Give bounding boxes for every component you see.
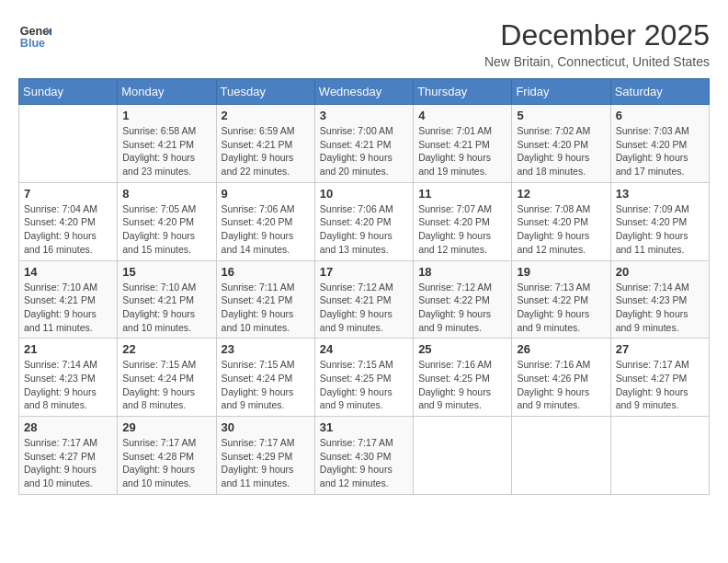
day-number: 14 bbox=[24, 265, 112, 279]
calendar-cell: 5Sunrise: 7:02 AM Sunset: 4:20 PM Daylig… bbox=[512, 105, 610, 183]
day-info: Sunrise: 7:15 AM Sunset: 4:25 PM Dayligh… bbox=[320, 358, 408, 412]
title-block: December 2025 New Britain, Connecticut, … bbox=[484, 18, 710, 69]
calendar-cell: 9Sunrise: 7:06 AM Sunset: 4:20 PM Daylig… bbox=[216, 182, 314, 260]
calendar-day-header: Friday bbox=[512, 79, 610, 105]
location-title: New Britain, Connecticut, United States bbox=[484, 54, 710, 69]
logo: General Blue bbox=[18, 18, 55, 52]
day-number: 9 bbox=[222, 187, 310, 201]
calendar-week-row: 28Sunrise: 7:17 AM Sunset: 4:27 PM Dayli… bbox=[19, 417, 710, 495]
calendar-cell: 23Sunrise: 7:15 AM Sunset: 4:24 PM Dayli… bbox=[216, 339, 314, 417]
day-info: Sunrise: 7:16 AM Sunset: 4:25 PM Dayligh… bbox=[418, 358, 506, 412]
day-number: 11 bbox=[418, 187, 506, 201]
calendar-cell: 27Sunrise: 7:17 AM Sunset: 4:27 PM Dayli… bbox=[610, 339, 709, 417]
calendar-cell: 28Sunrise: 7:17 AM Sunset: 4:27 PM Dayli… bbox=[19, 417, 118, 495]
calendar-cell: 22Sunrise: 7:15 AM Sunset: 4:24 PM Dayli… bbox=[118, 339, 216, 417]
calendar-day-header: Thursday bbox=[414, 79, 512, 105]
calendar-cell bbox=[19, 105, 118, 183]
calendar-cell bbox=[414, 417, 512, 495]
day-info: Sunrise: 7:10 AM Sunset: 4:21 PM Dayligh… bbox=[122, 281, 210, 335]
calendar-cell: 2Sunrise: 6:59 AM Sunset: 4:21 PM Daylig… bbox=[216, 105, 314, 183]
day-number: 1 bbox=[122, 109, 210, 122]
day-info: Sunrise: 7:16 AM Sunset: 4:26 PM Dayligh… bbox=[517, 358, 605, 412]
day-info: Sunrise: 7:15 AM Sunset: 4:24 PM Dayligh… bbox=[122, 358, 210, 412]
day-info: Sunrise: 7:00 AM Sunset: 4:21 PM Dayligh… bbox=[320, 124, 408, 178]
calendar-cell: 16Sunrise: 7:11 AM Sunset: 4:21 PM Dayli… bbox=[216, 260, 314, 339]
calendar-body: 1Sunrise: 6:58 AM Sunset: 4:21 PM Daylig… bbox=[19, 105, 710, 495]
day-info: Sunrise: 7:08 AM Sunset: 4:20 PM Dayligh… bbox=[517, 202, 605, 257]
calendar-cell: 4Sunrise: 7:01 AM Sunset: 4:21 PM Daylig… bbox=[414, 105, 512, 183]
calendar-cell: 31Sunrise: 7:17 AM Sunset: 4:30 PM Dayli… bbox=[314, 417, 413, 495]
calendar-cell: 25Sunrise: 7:16 AM Sunset: 4:25 PM Dayli… bbox=[414, 339, 512, 417]
day-number: 23 bbox=[222, 342, 310, 356]
day-number: 17 bbox=[320, 265, 408, 279]
day-info: Sunrise: 7:01 AM Sunset: 4:21 PM Dayligh… bbox=[418, 124, 506, 178]
day-number: 21 bbox=[24, 342, 112, 356]
day-number: 10 bbox=[320, 187, 408, 201]
day-info: Sunrise: 7:06 AM Sunset: 4:20 PM Dayligh… bbox=[222, 202, 310, 257]
calendar-day-header: Sunday bbox=[19, 79, 118, 105]
logo-icon: General Blue bbox=[18, 18, 51, 52]
day-number: 20 bbox=[616, 265, 704, 279]
calendar-cell: 8Sunrise: 7:05 AM Sunset: 4:20 PM Daylig… bbox=[118, 182, 216, 260]
day-info: Sunrise: 7:17 AM Sunset: 4:27 PM Dayligh… bbox=[616, 358, 704, 412]
day-info: Sunrise: 7:17 AM Sunset: 4:30 PM Dayligh… bbox=[320, 436, 408, 490]
calendar-cell bbox=[610, 417, 709, 495]
day-number: 5 bbox=[517, 109, 605, 122]
day-number: 19 bbox=[517, 265, 605, 279]
calendar-cell: 19Sunrise: 7:13 AM Sunset: 4:22 PM Dayli… bbox=[512, 260, 610, 339]
day-info: Sunrise: 7:17 AM Sunset: 4:28 PM Dayligh… bbox=[122, 436, 210, 490]
calendar-cell: 10Sunrise: 7:06 AM Sunset: 4:20 PM Dayli… bbox=[314, 182, 413, 260]
calendar-day-header: Tuesday bbox=[216, 79, 314, 105]
day-info: Sunrise: 7:13 AM Sunset: 4:22 PM Dayligh… bbox=[517, 281, 605, 335]
day-info: Sunrise: 6:59 AM Sunset: 4:21 PM Dayligh… bbox=[222, 124, 310, 178]
day-info: Sunrise: 6:58 AM Sunset: 4:21 PM Dayligh… bbox=[122, 124, 210, 178]
day-info: Sunrise: 7:09 AM Sunset: 4:20 PM Dayligh… bbox=[616, 202, 704, 257]
day-number: 16 bbox=[222, 265, 310, 279]
calendar-table: SundayMondayTuesdayWednesdayThursdayFrid… bbox=[18, 78, 710, 495]
day-info: Sunrise: 7:17 AM Sunset: 4:29 PM Dayligh… bbox=[222, 436, 310, 490]
day-number: 25 bbox=[418, 342, 506, 356]
calendar-cell: 7Sunrise: 7:04 AM Sunset: 4:20 PM Daylig… bbox=[19, 182, 118, 260]
day-info: Sunrise: 7:12 AM Sunset: 4:22 PM Dayligh… bbox=[418, 281, 506, 335]
calendar-cell: 26Sunrise: 7:16 AM Sunset: 4:26 PM Dayli… bbox=[512, 339, 610, 417]
day-number: 27 bbox=[616, 342, 704, 356]
calendar-week-row: 21Sunrise: 7:14 AM Sunset: 4:23 PM Dayli… bbox=[19, 339, 710, 417]
day-info: Sunrise: 7:05 AM Sunset: 4:20 PM Dayligh… bbox=[122, 202, 210, 257]
calendar-cell: 6Sunrise: 7:03 AM Sunset: 4:20 PM Daylig… bbox=[610, 105, 709, 183]
day-number: 29 bbox=[122, 420, 210, 434]
day-number: 12 bbox=[517, 187, 605, 201]
day-info: Sunrise: 7:17 AM Sunset: 4:27 PM Dayligh… bbox=[24, 436, 112, 490]
calendar-cell: 11Sunrise: 7:07 AM Sunset: 4:20 PM Dayli… bbox=[414, 182, 512, 260]
calendar-cell bbox=[512, 417, 610, 495]
calendar-week-row: 7Sunrise: 7:04 AM Sunset: 4:20 PM Daylig… bbox=[19, 182, 710, 260]
calendar-cell: 18Sunrise: 7:12 AM Sunset: 4:22 PM Dayli… bbox=[414, 260, 512, 339]
calendar-day-header: Saturday bbox=[610, 79, 709, 105]
day-number: 26 bbox=[517, 342, 605, 356]
day-info: Sunrise: 7:15 AM Sunset: 4:24 PM Dayligh… bbox=[222, 358, 310, 412]
day-info: Sunrise: 7:04 AM Sunset: 4:20 PM Dayligh… bbox=[24, 202, 112, 257]
day-info: Sunrise: 7:03 AM Sunset: 4:20 PM Dayligh… bbox=[616, 124, 704, 178]
day-number: 31 bbox=[320, 420, 408, 434]
day-info: Sunrise: 7:10 AM Sunset: 4:21 PM Dayligh… bbox=[24, 281, 112, 335]
day-number: 3 bbox=[320, 109, 408, 122]
day-info: Sunrise: 7:11 AM Sunset: 4:21 PM Dayligh… bbox=[222, 281, 310, 335]
calendar-cell: 17Sunrise: 7:12 AM Sunset: 4:21 PM Dayli… bbox=[314, 260, 413, 339]
calendar-cell: 20Sunrise: 7:14 AM Sunset: 4:23 PM Dayli… bbox=[610, 260, 709, 339]
day-info: Sunrise: 7:07 AM Sunset: 4:20 PM Dayligh… bbox=[418, 202, 506, 257]
day-number: 18 bbox=[418, 265, 506, 279]
day-info: Sunrise: 7:12 AM Sunset: 4:21 PM Dayligh… bbox=[320, 281, 408, 335]
day-number: 7 bbox=[24, 187, 112, 201]
calendar-cell: 12Sunrise: 7:08 AM Sunset: 4:20 PM Dayli… bbox=[512, 182, 610, 260]
calendar-cell: 13Sunrise: 7:09 AM Sunset: 4:20 PM Dayli… bbox=[610, 182, 709, 260]
calendar-cell: 14Sunrise: 7:10 AM Sunset: 4:21 PM Dayli… bbox=[19, 260, 118, 339]
calendar-week-row: 14Sunrise: 7:10 AM Sunset: 4:21 PM Dayli… bbox=[19, 260, 710, 339]
calendar-header-row: SundayMondayTuesdayWednesdayThursdayFrid… bbox=[19, 79, 710, 105]
day-number: 13 bbox=[616, 187, 704, 201]
page-header: General Blue December 2025 New Britain, … bbox=[18, 18, 710, 69]
calendar-cell: 3Sunrise: 7:00 AM Sunset: 4:21 PM Daylig… bbox=[314, 105, 413, 183]
calendar-week-row: 1Sunrise: 6:58 AM Sunset: 4:21 PM Daylig… bbox=[19, 105, 710, 183]
day-number: 4 bbox=[418, 109, 506, 122]
calendar-cell: 30Sunrise: 7:17 AM Sunset: 4:29 PM Dayli… bbox=[216, 417, 314, 495]
calendar-cell: 29Sunrise: 7:17 AM Sunset: 4:28 PM Dayli… bbox=[118, 417, 216, 495]
month-title: December 2025 bbox=[484, 18, 710, 52]
